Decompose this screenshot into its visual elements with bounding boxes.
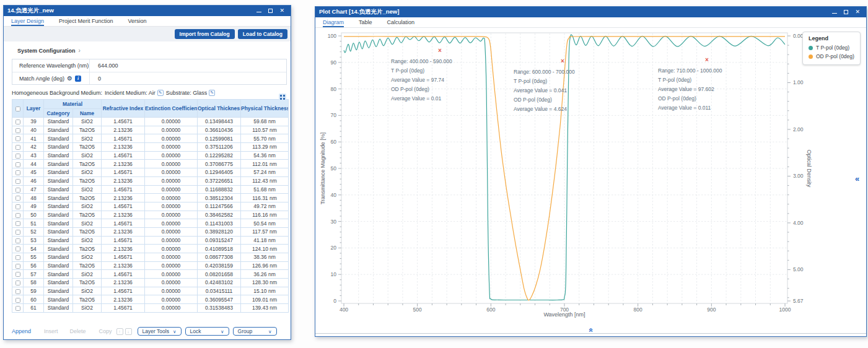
system-configuration-header[interactable]: System Configuration › xyxy=(17,47,291,54)
cell-physical-thickness: 38.36 nm xyxy=(241,253,289,262)
cell-name: Ta2O5 xyxy=(73,245,102,253)
layer-tools-dropdown[interactable]: Layer Tools∨ xyxy=(138,327,182,336)
row-checkbox[interactable] xyxy=(15,120,20,124)
table-row[interactable]: 39StandardSiO21.456710.000000.1349844359… xyxy=(12,118,289,126)
table-row[interactable]: 43StandardSiO21.456710.000000.1229528254… xyxy=(12,151,289,160)
expand-up-icon[interactable]: « xyxy=(587,328,595,333)
tab-project-merit-function[interactable]: Project Merit Function xyxy=(59,18,113,26)
row-checkbox[interactable] xyxy=(15,272,20,277)
cell-physical-thickness: 109.01 nm xyxy=(241,295,289,304)
annotation-line: Average Value = 97.602 xyxy=(658,85,722,94)
row-checkbox[interactable] xyxy=(15,213,20,218)
cell-layer: 44 xyxy=(24,160,44,168)
edit-substrate-icon[interactable]: ✎ xyxy=(209,90,215,96)
table-row[interactable]: 53StandardSiO21.456710.000000.0931524741… xyxy=(12,236,289,245)
info-icon[interactable]: i xyxy=(75,76,81,82)
cell-refractive-index: 1.45671 xyxy=(102,202,145,211)
table-row[interactable]: 48StandardTa2O52.132360.000000.385123041… xyxy=(12,194,289,202)
row-checkbox[interactable] xyxy=(15,188,20,193)
row-checkbox[interactable] xyxy=(15,196,20,201)
row-checkbox[interactable] xyxy=(15,289,20,294)
table-row[interactable]: 45StandardSiO21.456710.000000.1294640557… xyxy=(12,168,289,177)
table-row[interactable]: 55StandardSiO21.456710.000000.0867730838… xyxy=(12,253,289,262)
table-row[interactable]: 40StandardTa2O52.132360.000000.366104361… xyxy=(12,126,289,134)
row-checkbox[interactable] xyxy=(15,306,20,311)
close-icon[interactable]: ✕ xyxy=(855,9,860,15)
row-checkbox[interactable] xyxy=(15,264,20,269)
row-checkbox[interactable] xyxy=(15,298,20,303)
table-row[interactable]: 50StandardTa2O52.132360.000000.384625821… xyxy=(12,211,289,219)
maximize-icon[interactable] xyxy=(844,10,848,14)
gear-icon[interactable]: ⚙ xyxy=(67,76,72,82)
row-checkbox[interactable] xyxy=(15,136,20,141)
cell-category: Standard xyxy=(44,261,73,270)
load-to-catalog-button[interactable]: Load to Catalog xyxy=(238,29,287,39)
row-checkbox[interactable] xyxy=(15,145,20,150)
svg-text:50: 50 xyxy=(331,165,337,172)
cell-refractive-index: 1.45671 xyxy=(102,134,145,143)
minimize-icon[interactable] xyxy=(832,13,837,14)
select-all-checkbox[interactable] xyxy=(15,107,20,111)
table-row[interactable]: 51StandardSiO21.456710.000000.1143100350… xyxy=(12,219,289,228)
row-checkbox[interactable] xyxy=(15,230,20,235)
append-button[interactable]: Append xyxy=(12,328,31,334)
table-row[interactable]: 42StandardTa2O52.132360.000000.375112061… xyxy=(12,143,289,152)
annotation-line: T P-pol (0deg) xyxy=(514,77,575,86)
cell-refractive-index: 1.45671 xyxy=(102,168,145,177)
table-row[interactable]: 59StandardSiO21.456710.000000.0341511115… xyxy=(12,287,289,295)
tab-layer-design[interactable]: Layer Design xyxy=(11,18,44,26)
row-checkbox[interactable] xyxy=(15,128,20,133)
table-row[interactable]: 57StandardSiO21.456710.000000.0820165836… xyxy=(12,270,289,279)
tab-calculation[interactable]: Calculation xyxy=(387,19,415,27)
edit-incident-medium-icon[interactable]: ✎ xyxy=(157,90,164,96)
annotation-close-icon[interactable]: × xyxy=(438,48,442,54)
tab-diagram[interactable]: Diagram xyxy=(323,19,344,27)
row-checkbox[interactable] xyxy=(15,238,20,243)
table-row[interactable]: 47StandardSiO21.456710.000000.1168883251… xyxy=(12,185,289,194)
close-icon[interactable]: ✕ xyxy=(279,8,284,14)
annotation-close-icon[interactable]: × xyxy=(561,58,564,64)
group-dropdown[interactable]: Group∨ xyxy=(233,327,277,336)
cell-name: Ta2O5 xyxy=(73,143,102,152)
table-row[interactable]: 46StandardTa2O52.132360.000000.372266511… xyxy=(12,176,289,185)
row-checkbox[interactable] xyxy=(15,246,20,251)
cell-optical-thickness: 0.36610436 xyxy=(198,126,241,134)
layer-table: Layer Material Refractive Index Extincti… xyxy=(12,99,289,313)
row-checkbox[interactable] xyxy=(15,255,20,260)
row-checkbox[interactable] xyxy=(15,221,20,226)
table-row[interactable]: 52StandardTa2O52.132360.000000.389281201… xyxy=(12,227,289,236)
table-row[interactable]: 58StandardTa2O52.132360.000000.424831021… xyxy=(12,279,289,287)
row-checkbox[interactable] xyxy=(15,281,20,285)
minimize-icon[interactable] xyxy=(256,12,261,12)
table-row[interactable]: 49StandardSiO21.456710.000000.1124756649… xyxy=(12,202,289,211)
move-down-icon: ↓ xyxy=(125,328,132,335)
row-checkbox[interactable] xyxy=(15,154,20,159)
lock-dropdown[interactable]: Lock∨ xyxy=(185,327,229,336)
table-row[interactable]: 44StandardTa2O52.132360.000000.370867751… xyxy=(12,160,289,168)
table-row[interactable]: 54StandardTa2O52.132360.000000.410895181… xyxy=(12,245,289,253)
maximize-icon[interactable] xyxy=(268,9,273,13)
system-configuration-label: System Configuration xyxy=(17,48,76,54)
row-checkbox[interactable] xyxy=(15,179,20,184)
row-checkbox[interactable] xyxy=(15,204,20,209)
tab-table[interactable]: Table xyxy=(359,19,372,27)
table-settings-icon[interactable] xyxy=(279,94,286,101)
row-checkbox[interactable] xyxy=(15,170,20,175)
table-row[interactable]: 41StandardSiO21.456710.000000.1259908155… xyxy=(12,134,289,143)
table-row[interactable]: 60StandardTa2O52.132360.000000.360955471… xyxy=(12,295,289,304)
cell-name: SiO2 xyxy=(73,287,102,295)
cell-optical-thickness: 0.31538483 xyxy=(198,304,241,313)
tab-version[interactable]: Version xyxy=(128,18,147,26)
cell-refractive-index: 2.13236 xyxy=(102,194,145,202)
right-window-controls: ✕ xyxy=(832,9,862,15)
cell-category: Standard xyxy=(44,211,73,219)
reference-wavelength-value[interactable]: 644.000 xyxy=(90,63,118,69)
cell-extinction-coefficient: 0.00000 xyxy=(145,211,198,219)
annotation-close-icon[interactable]: × xyxy=(705,57,709,63)
match-angle-value[interactable]: 0 xyxy=(90,76,101,82)
import-from-catalog-button[interactable]: Import from Catalog xyxy=(175,29,235,39)
table-row[interactable]: 61StandardSiO21.456710.000000.3153848313… xyxy=(12,304,289,313)
row-checkbox[interactable] xyxy=(15,162,20,167)
table-row[interactable]: 56StandardTa2O52.132360.000000.420381591… xyxy=(12,261,289,270)
collapse-panel-icon[interactable]: « xyxy=(855,174,859,183)
